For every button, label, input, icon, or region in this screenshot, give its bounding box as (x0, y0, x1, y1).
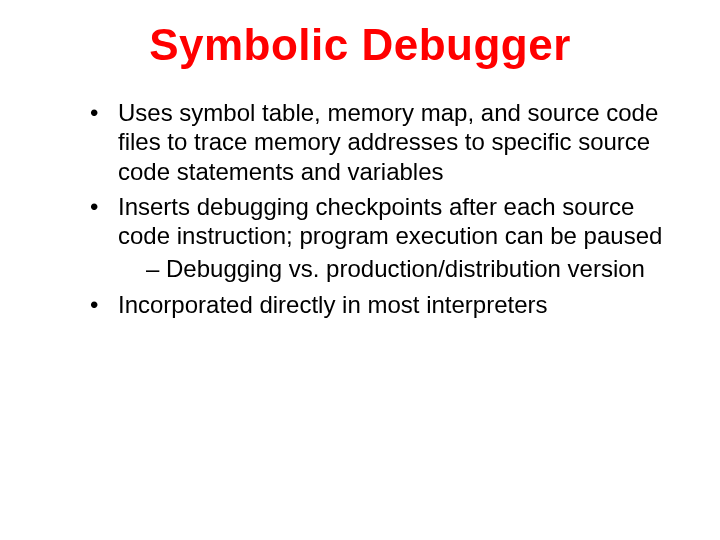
bullet-item: Incorporated directly in most interprete… (90, 290, 670, 319)
bullet-item: Inserts debugging checkpoints after each… (90, 192, 670, 284)
sub-bullet-item: Debugging vs. production/distribution ve… (146, 254, 670, 283)
bullet-list: Uses symbol table, memory map, and sourc… (50, 98, 670, 319)
slide: Symbolic Debugger Uses symbol table, mem… (0, 0, 720, 540)
sub-bullet-list: Debugging vs. production/distribution ve… (118, 254, 670, 283)
bullet-text: Inserts debugging checkpoints after each… (118, 193, 662, 249)
bullet-text: Uses symbol table, memory map, and sourc… (118, 99, 658, 185)
slide-title: Symbolic Debugger (50, 20, 670, 70)
bullet-text: Incorporated directly in most interprete… (118, 291, 548, 318)
bullet-item: Uses symbol table, memory map, and sourc… (90, 98, 670, 186)
sub-bullet-text: Debugging vs. production/distribution ve… (166, 255, 645, 282)
